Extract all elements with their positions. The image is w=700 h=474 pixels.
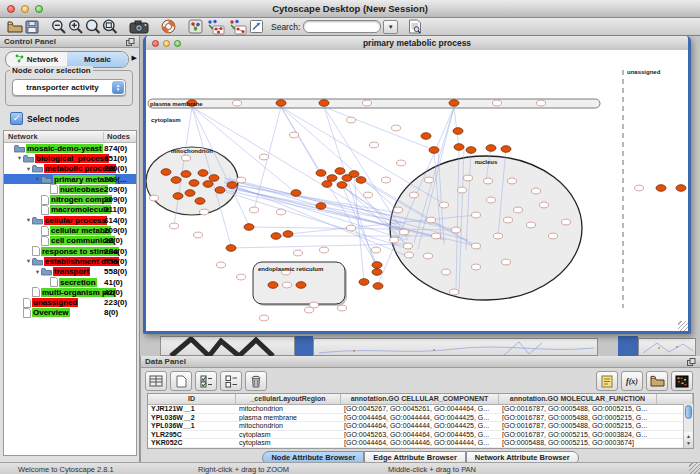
network-node-unselected[interactable] [508,178,517,184]
table-row[interactable]: YDR039C__1mitochondrion[GO:0044464, GO:0… [148,448,693,449]
select-first-neighbors-icon[interactable] [204,19,226,35]
network-node-selected[interactable] [449,100,459,107]
tree-row[interactable]: macromolecule311(0) [4,205,136,215]
network-node-unselected[interactable] [260,315,269,321]
tree-expand-arrow-icon[interactable]: ▼ [34,176,41,182]
network-node-unselected[interactable] [440,202,449,208]
table-row[interactable]: YLR295Ccytoplasm[GO:0045263, GO:0044464,… [148,431,693,440]
network-node-selected[interactable] [226,245,236,252]
tree-row[interactable]: ▼primary metabo209(... [4,174,136,184]
unselect-attributes-icon[interactable] [220,371,242,391]
network-node-unselected[interactable] [370,142,379,148]
network-node-unselected[interactable] [410,192,419,198]
network-node-selected[interactable] [335,168,345,175]
network-node-unselected[interactable] [364,192,373,198]
zoom-in-icon[interactable] [67,19,84,35]
network-node-selected[interactable] [268,282,278,289]
network-node-selected[interactable] [372,269,382,276]
network-node-selected[interactable] [466,147,476,154]
network-node-selected[interactable] [276,100,286,107]
network-node-selected[interactable] [327,175,337,182]
tree-row[interactable]: ▼biological_process651(0) [4,153,136,163]
network-node-unselected[interactable] [305,307,314,313]
network-node-selected[interactable] [271,233,281,240]
table-row[interactable]: YPL036W__1mitochondrion[GO:0044464, GO:0… [148,422,693,431]
tree-row[interactable]: ▼cellular process614(0) [4,215,136,225]
column-header-molecular-function[interactable]: annotation.GO MOLECULAR_FUNCTION [499,394,657,404]
network-node-unselected[interactable] [432,233,441,239]
network-node-unselected[interactable] [347,117,356,123]
network-node-unselected[interactable] [200,209,209,215]
network-node-unselected[interactable] [635,185,644,191]
table-row[interactable]: YPL036W__2plasma membrane[GO:0044464, GO… [148,414,693,423]
scrollbar-thumb[interactable] [685,405,692,419]
network-node-unselected[interactable] [150,195,159,201]
function-builder-icon[interactable]: f(x) [621,371,643,391]
network-node-selected[interactable] [356,177,366,184]
network-node-unselected[interactable] [472,243,481,249]
network-node-selected[interactable] [676,185,686,192]
delete-attribute-icon[interactable] [245,371,267,391]
table-row[interactable]: YJR121W__1mitochondrion[GO:0045267, GO:0… [148,405,693,414]
network-node-unselected[interactable] [233,100,242,106]
tree-expand-arrow-icon[interactable]: ▼ [25,166,32,172]
tree-row[interactable]: secretion41(0) [4,277,136,287]
tab-network[interactable]: Network [6,52,67,67]
tree-expand-arrow-icon[interactable]: ▼ [25,258,32,264]
tree-column-nodes[interactable]: Nodes [103,132,130,141]
notes-icon[interactable] [596,371,618,391]
network-node-unselected[interactable] [442,269,451,275]
zoom-selected-icon[interactable] [84,19,101,35]
network-node-selected[interactable] [195,198,205,205]
network-node-unselected[interactable] [452,227,461,233]
heatmap-icon[interactable] [671,371,693,391]
network-node-unselected[interactable] [170,223,179,229]
network-canvas[interactable]: plasma membranecytoplasmmitochondrionnuc… [146,50,688,331]
network-node-unselected[interactable] [537,100,546,106]
network-node-unselected[interactable] [294,250,303,256]
network-node-selected[interactable] [198,170,208,177]
select-nodes-checkbox[interactable]: ✓ [10,112,23,125]
network-node-unselected[interactable] [382,177,391,183]
network-node-unselected[interactable] [464,175,473,181]
window-resize-grip[interactable] [678,321,688,331]
tree-row[interactable]: multi-organism pro42(0) [4,287,136,297]
float-panel-icon[interactable] [687,358,696,368]
network-node-unselected[interactable] [472,212,481,218]
network-node-unselected[interactable] [290,132,299,138]
network-node-selected[interactable] [181,171,191,178]
float-panel-icon[interactable] [126,38,135,48]
network-node-unselected[interactable] [562,219,571,225]
snapshot-icon[interactable] [128,19,150,35]
vizmapper-icon[interactable] [187,19,204,35]
network-node-selected[interactable] [421,133,431,140]
tree-expand-arrow-icon[interactable]: ▼ [34,269,41,275]
tree-row[interactable]: ▼transport558(0) [4,267,136,277]
column-header-id[interactable]: ID [148,394,236,404]
network-node-selected[interactable] [189,180,199,187]
column-header-cellular-component[interactable]: annotation.GO CELLULAR_COMPONENT [341,394,499,404]
network-node-unselected[interactable] [237,274,246,280]
network-node-unselected[interactable] [390,237,399,243]
network-node-selected[interactable] [316,203,326,210]
zoom-fit-icon[interactable] [101,19,118,35]
network-node-unselected[interactable] [320,247,329,253]
network-node-unselected[interactable] [217,262,226,268]
network-node-unselected[interactable] [372,247,381,253]
annotation-icon[interactable] [248,19,265,35]
tab-mosaic[interactable]: Mosaic [67,52,128,67]
network-node-unselected[interactable] [427,217,436,223]
tree-row[interactable]: ▼establishment of lo558(0) [4,256,136,266]
network-node-selected[interactable] [291,190,301,197]
network-node-selected[interactable] [373,283,383,290]
network-node-selected[interactable] [316,170,326,177]
network-node-selected[interactable] [244,224,254,231]
zoom-out-icon[interactable] [50,19,67,35]
network-node-unselected[interactable] [250,207,259,213]
network-node-selected[interactable] [185,190,195,197]
node-color-dropdown[interactable]: transporter activity ▲▼ [12,79,126,96]
tree-row[interactable]: ▼metabolic process280(0) [4,164,136,174]
help-icon[interactable] [160,19,177,35]
save-icon[interactable] [23,19,40,35]
network-node-selected[interactable] [283,231,293,238]
